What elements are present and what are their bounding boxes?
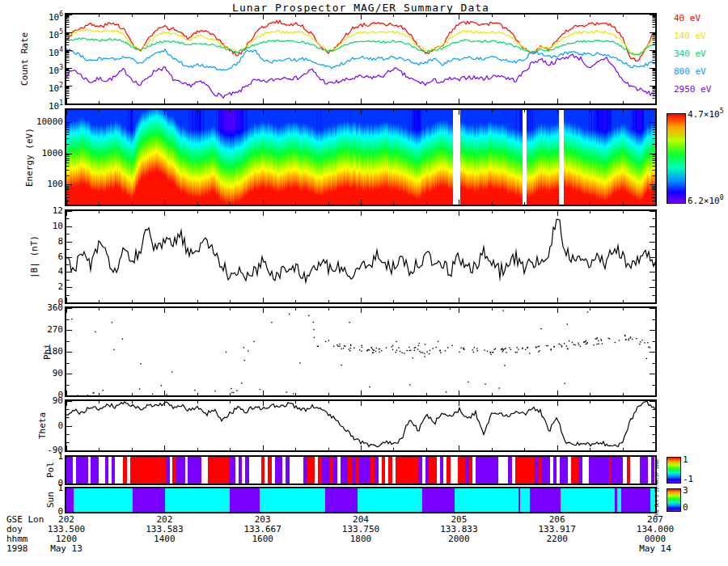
strip-segment [188, 457, 201, 484]
count_rate-ytick-label: 102 [0, 81, 63, 93]
count_rate-ytick-label: 106 [0, 10, 63, 22]
strip-segment [230, 488, 260, 512]
strip-segment [498, 457, 508, 484]
bmag-ytick-label: 10 [0, 222, 63, 230]
pol-colorbar [667, 457, 681, 484]
energy-colorbar [667, 113, 686, 204]
strip-segment [208, 457, 228, 484]
strip-segment [571, 457, 578, 484]
strip-segment [515, 457, 535, 484]
strip-segment [76, 457, 88, 484]
strip-segment [422, 488, 454, 512]
strip-segment [621, 488, 650, 512]
count_rate-ytick-label: 103 [0, 63, 63, 75]
strip-segment [229, 457, 235, 484]
strip-segment [458, 457, 465, 484]
strip-segment [560, 457, 567, 484]
strip-segment [341, 457, 348, 484]
strip-segment [66, 488, 74, 512]
x-tick-label-column: 202133.5001200May 13 [18, 515, 115, 554]
strip-segment [133, 488, 165, 512]
energy-ytick-label: 1000 [0, 149, 63, 158]
strip-segment [325, 488, 358, 512]
x-tick-label-column: 203133.6671600 [214, 515, 311, 554]
theta-ytick-label: 90 [0, 396, 63, 405]
strip-segment [66, 457, 73, 484]
strip-segment [130, 457, 165, 484]
count_rate-ytick-label: 105 [0, 27, 63, 40]
strip-segment [429, 457, 436, 484]
bmag-ytick-label: 6 [0, 252, 63, 261]
bmag-ytick-label: 4 [0, 267, 63, 276]
bmag-plot [66, 211, 655, 302]
strip-segment [582, 457, 589, 484]
energy-spectrogram-panel [65, 108, 657, 206]
sun-bar-strip [65, 487, 657, 513]
theta-plot [66, 401, 655, 450]
energy-ytick-label: 10000 [0, 117, 63, 126]
sun-colorbar [667, 488, 681, 512]
strip-segment [520, 488, 530, 512]
theta-panel [65, 399, 657, 452]
strip-segment [455, 488, 518, 512]
count-rate-plot [66, 15, 655, 103]
strip-segment [290, 457, 303, 484]
strip-segment [476, 457, 498, 484]
bmag-ytick-label: 2 [0, 282, 63, 291]
legend-entry: 800 eV [674, 66, 706, 77]
strip-segment [115, 457, 123, 484]
strip-segment [99, 457, 105, 484]
x-tick-label-column: 205133.8332000 [410, 515, 507, 554]
strip-segment [176, 457, 185, 484]
x-tick-label-column: 207134.0000000May 14 [607, 515, 704, 554]
phi-ytick-label: 90 [0, 369, 63, 378]
energy-ytick-label: 100 [0, 180, 63, 188]
bmag-ytick-label: 12 [0, 206, 63, 215]
strip-segment [260, 488, 324, 512]
phi-ytick-label: 360 [0, 303, 63, 312]
lunar-prospector-summary-plot: Lunar Prospector MAG/ER Summary Data Cou… [0, 0, 728, 566]
bmag-panel [65, 209, 657, 304]
plot-timestamp: Thu Oct 2 20:44:37 1998 [654, 453, 659, 517]
strip-segment [249, 457, 261, 484]
phi-ytick-label: 270 [0, 325, 63, 334]
strip-segment [307, 457, 315, 484]
x-tick-label-column: 202133.5831400 [116, 515, 213, 554]
phi-ytick-label: 180 [0, 347, 63, 356]
count_rate-ytick-label: 104 [0, 45, 63, 57]
legend-entry: 140 eV [674, 31, 706, 41]
strip-segment [589, 457, 609, 484]
count-rate-panel [65, 13, 657, 105]
pol-colorbar-min-label: -1 [683, 474, 693, 484]
sun-colorbar-min-label: 0 [683, 502, 688, 513]
phi-panel [65, 306, 657, 397]
pol-colorbar-max-label: 1 [683, 454, 688, 465]
bmag-ytick-label: 8 [0, 237, 63, 246]
sun-ytick-label: 1 [0, 484, 63, 492]
strip-segment [630, 457, 640, 484]
legend-entry: 340 eV [674, 49, 706, 59]
theta-ytick-label: 0 [0, 421, 63, 430]
strip-segment [451, 457, 458, 484]
legend-entry: 40 eV [674, 13, 700, 23]
count_rate-ytick-label: 101 [0, 99, 63, 111]
energy-spectrogram [66, 110, 655, 205]
pol-ytick-label: 1 [0, 452, 63, 461]
strip-segment [530, 488, 561, 512]
strip-segment [201, 457, 208, 484]
strip-segment [359, 457, 371, 484]
strip-segment [91, 457, 99, 484]
x-tick-label-column: 206133.9172200 [509, 515, 606, 554]
x-tick-label-column: 204133.7501800 [312, 515, 409, 554]
plot-title: Lunar Prospector MAG/ER Summary Data [66, 2, 655, 14]
strip-segment [396, 457, 418, 484]
phi-scatter-plot [66, 308, 655, 395]
strip-segment [561, 488, 616, 512]
sun-colorbar-max-label: 3 [683, 485, 688, 496]
strip-segment [322, 457, 329, 484]
energy-colorbar-min-label: 6.2×100 [688, 194, 724, 206]
strip-segment [640, 457, 647, 484]
energy-colorbar-max-label: 4.7×105 [688, 108, 724, 120]
strip-segment [358, 488, 422, 512]
strip-segment [611, 457, 623, 484]
